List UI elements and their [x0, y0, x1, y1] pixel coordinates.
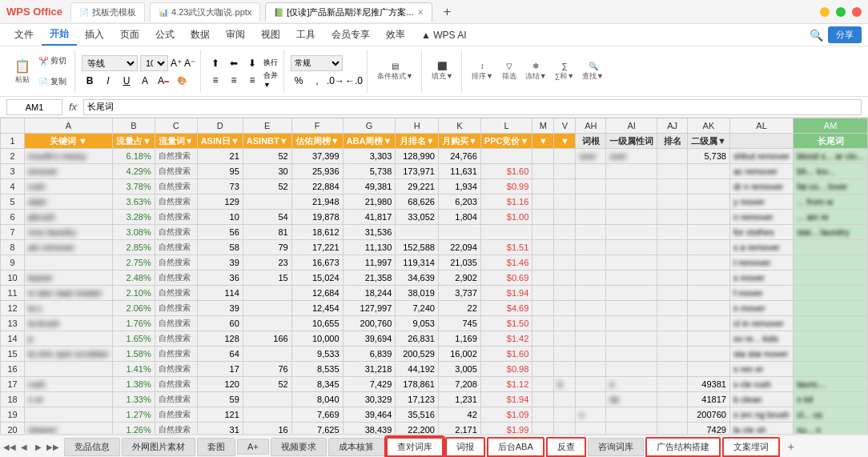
add-tab-btn[interactable]: +: [437, 3, 457, 21]
comma-btn[interactable]: ,: [309, 74, 325, 88]
tab-findmodel[interactable]: 📄 找板壳模板: [70, 2, 145, 22]
sheet-tab-matchword[interactable]: 查对词库: [386, 437, 444, 457]
nav-next-btn[interactable]: ▶: [32, 440, 45, 453]
sheet-tab-aplus[interactable]: A+: [237, 439, 269, 455]
freeze-button[interactable]: ❄ 冻结▼: [522, 51, 550, 91]
col-header-AK[interactable]: AK: [688, 118, 730, 134]
cell-AM-11[interactable]: [794, 286, 868, 301]
align-bottom-btn[interactable]: ⬇: [244, 56, 260, 70]
dec-increase-btn[interactable]: .0→: [328, 74, 344, 88]
cell-AM-10[interactable]: [794, 271, 868, 286]
cell-A-7[interactable]: mov laundry: [25, 225, 113, 240]
number-format-select[interactable]: 常规: [291, 55, 343, 71]
cell-A-8[interactable]: ain remover: [25, 240, 113, 255]
col-header-AH[interactable]: AH: [576, 118, 606, 134]
cell-A-3[interactable]: emover: [25, 164, 113, 179]
cell-A-13[interactable]: la brush: [25, 316, 113, 331]
nav-last-btn[interactable]: ▶▶: [46, 440, 59, 453]
cell-A-19[interactable]: [25, 407, 113, 423]
fillcolor-button[interactable]: 🎨: [174, 74, 190, 88]
col-header-A[interactable]: A: [25, 118, 113, 134]
maximize-btn[interactable]: [836, 7, 846, 17]
col-header-V[interactable]: V: [554, 118, 576, 134]
align-left-btn[interactable]: ≡: [207, 73, 223, 87]
sum-button[interactable]: ∑ ∑和▼: [552, 51, 577, 91]
sheet-tab-consult[interactable]: 咨询词库: [588, 438, 644, 456]
col-header-K[interactable]: K: [438, 118, 480, 134]
col-header-E[interactable]: E: [243, 118, 291, 134]
tab-review[interactable]: 审阅: [218, 25, 253, 45]
tab-xls[interactable]: 📗 [仅读]产品新品期洋尼推广方案... ✕: [265, 2, 432, 22]
cell-A-15[interactable]: la ctric spin scrubber: [25, 347, 113, 362]
add-sheet-btn[interactable]: +: [782, 438, 801, 455]
copy-button[interactable]: 📄 复制: [35, 72, 70, 91]
minimize-btn[interactable]: [820, 7, 830, 17]
sheet-tab-wordreport[interactable]: 词报: [445, 437, 485, 457]
col-header-H[interactable]: H: [396, 118, 439, 134]
cell-A-6[interactable]: pbrush: [25, 210, 113, 225]
cell-AM-18[interactable]: n kit: [794, 392, 868, 407]
col-header-L[interactable]: L: [480, 118, 532, 134]
tab-insert[interactable]: 插入: [77, 25, 112, 45]
cell-AM-3[interactable]: bh... lov...: [794, 164, 868, 179]
header-longtail[interactable]: 长尾词: [794, 134, 868, 149]
cell-reference-input[interactable]: [6, 99, 62, 115]
find-button[interactable]: 🔍 查找▼: [579, 51, 607, 91]
sheet-tab-copyword[interactable]: 文案埋词: [722, 437, 780, 457]
cell-A-16[interactable]: [25, 362, 113, 377]
cell-A-20[interactable]: cleaner: [25, 423, 113, 435]
nav-first-btn[interactable]: ◀◀: [3, 440, 16, 453]
cell-A-2[interactable]: mouth's messy: [25, 149, 113, 164]
tab-file[interactable]: 文件: [6, 25, 42, 45]
tab-data[interactable]: 数据: [183, 25, 218, 45]
sheet-tab-images[interactable]: 外网图片素材: [122, 438, 195, 456]
sheet-tab-reversequery[interactable]: 反查: [546, 437, 586, 457]
cut-button[interactable]: ✂️ 剪切: [35, 51, 70, 70]
align-vmid-btn[interactable]: ⬅: [226, 56, 242, 70]
col-header-AM[interactable]: AM: [794, 118, 868, 134]
increase-font-btn[interactable]: A⁺: [171, 58, 182, 69]
percent-btn[interactable]: %: [291, 74, 307, 88]
sheet-tab-cover[interactable]: 套图: [197, 438, 235, 456]
cell-A-9[interactable]: [25, 255, 113, 271]
cell-AM-14[interactable]: [794, 331, 868, 347]
font-family-select[interactable]: 等线: [82, 55, 138, 71]
cell-A-17[interactable]: rush: [25, 377, 113, 392]
cell-AM-8[interactable]: [794, 240, 868, 255]
tab-view[interactable]: 视图: [253, 25, 288, 45]
sort-button[interactable]: ↕ 排序▼: [468, 51, 496, 91]
tab-page[interactable]: 页面: [112, 25, 147, 45]
strikethrough-button[interactable]: A: [137, 74, 153, 88]
align-center-btn[interactable]: ≡: [226, 73, 242, 87]
col-header-AI[interactable]: AI: [606, 118, 657, 134]
tab-member[interactable]: 会员专享: [323, 25, 378, 45]
cell-AM-2[interactable]: blood s... ar clo...: [794, 149, 868, 164]
close-btn[interactable]: [852, 7, 862, 17]
cell-AM-4[interactable]: fat co... lover: [794, 179, 868, 194]
tab-start[interactable]: 开始: [42, 24, 77, 46]
sheet-tab-aba[interactable]: 后台ABA: [487, 437, 545, 457]
cell-A-10[interactable]: leaner: [25, 271, 113, 286]
cell-A-14[interactable]: p: [25, 331, 113, 347]
cell-A-18[interactable]: n er: [25, 392, 113, 407]
font-size-select[interactable]: 10: [140, 55, 168, 71]
cell-AM-20[interactable]: su... n: [794, 423, 868, 435]
underline-button[interactable]: U: [119, 74, 135, 88]
share-button[interactable]: 分享: [828, 26, 862, 43]
tab-wpsai[interactable]: ▲ WPS AI: [413, 26, 475, 44]
tab-efficiency[interactable]: 效率: [378, 25, 413, 45]
cell-AM-7[interactable]: stai... laundry: [794, 225, 868, 240]
nav-prev-btn[interactable]: ◀: [18, 440, 30, 453]
col-header-M[interactable]: M: [532, 118, 554, 134]
tab-close-icon[interactable]: ✕: [417, 8, 424, 17]
cell-AM-19[interactable]: cl... us: [794, 407, 868, 423]
cell-AM-5[interactable]: ... from w: [794, 194, 868, 210]
cell-AM-9[interactable]: [794, 255, 868, 271]
italic-button[interactable]: I: [100, 74, 116, 88]
col-header-F[interactable]: F: [291, 118, 343, 134]
sheet-tab-adstruct[interactable]: 广告结构搭建: [645, 437, 721, 457]
col-header-D[interactable]: D: [197, 118, 243, 134]
sheet-tab-video[interactable]: 视频要求: [271, 438, 327, 456]
sheet-tab-cost[interactable]: 成本核算: [328, 438, 384, 456]
align-right-btn[interactable]: ≡: [244, 73, 260, 87]
